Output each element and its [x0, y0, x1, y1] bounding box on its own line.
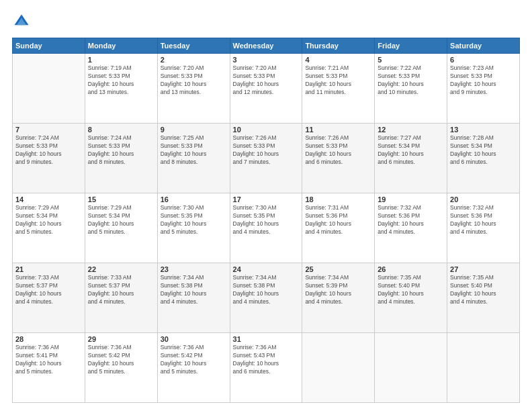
day-number: 13 — [450, 126, 517, 134]
calendar-cell: 13Sunrise: 7:28 AM Sunset: 5:34 PM Dayli… — [447, 124, 520, 193]
day-number: 3 — [233, 56, 300, 64]
calendar-header: SundayMondayTuesdayWednesdayThursdayFrid… — [13, 38, 520, 54]
day-info: Sunrise: 7:31 AM Sunset: 5:36 PM Dayligh… — [305, 204, 371, 236]
calendar-cell: 22Sunrise: 7:33 AM Sunset: 5:37 PM Dayli… — [85, 263, 157, 333]
day-info: Sunrise: 7:34 AM Sunset: 5:39 PM Dayligh… — [305, 274, 371, 306]
day-number: 10 — [233, 126, 300, 134]
day-number: 2 — [161, 56, 227, 64]
calendar-cell: 31Sunrise: 7:36 AM Sunset: 5:43 PM Dayli… — [230, 333, 302, 403]
day-number: 23 — [161, 265, 227, 273]
day-info: Sunrise: 7:36 AM Sunset: 5:41 PM Dayligh… — [15, 344, 82, 376]
day-info: Sunrise: 7:34 AM Sunset: 5:38 PM Dayligh… — [233, 274, 300, 306]
day-info: Sunrise: 7:26 AM Sunset: 5:33 PM Dayligh… — [233, 134, 300, 167]
day-number: 18 — [305, 195, 371, 203]
day-number: 12 — [378, 126, 444, 134]
calendar-cell: 12Sunrise: 7:27 AM Sunset: 5:34 PM Dayli… — [375, 124, 447, 193]
day-number: 14 — [15, 195, 82, 203]
calendar-cell: 7Sunrise: 7:24 AM Sunset: 5:33 PM Daylig… — [13, 124, 85, 193]
day-info: Sunrise: 7:35 AM Sunset: 5:40 PM Dayligh… — [378, 274, 444, 306]
day-info: Sunrise: 7:26 AM Sunset: 5:33 PM Dayligh… — [305, 134, 371, 167]
calendar-cell: 25Sunrise: 7:34 AM Sunset: 5:39 PM Dayli… — [302, 263, 375, 333]
calendar-week-2: 7Sunrise: 7:24 AM Sunset: 5:33 PM Daylig… — [13, 124, 520, 193]
day-number: 17 — [233, 195, 300, 203]
calendar-cell: 20Sunrise: 7:32 AM Sunset: 5:36 PM Dayli… — [447, 193, 520, 263]
day-number: 1 — [88, 56, 154, 64]
day-number: 25 — [305, 265, 371, 273]
weekday-header-friday: Friday — [375, 38, 447, 54]
calendar-cell: 3Sunrise: 7:20 AM Sunset: 5:33 PM Daylig… — [230, 54, 302, 124]
header — [12, 12, 520, 31]
day-info: Sunrise: 7:35 AM Sunset: 5:40 PM Dayligh… — [450, 274, 517, 306]
calendar-cell: 26Sunrise: 7:35 AM Sunset: 5:40 PM Dayli… — [375, 263, 447, 333]
day-info: Sunrise: 7:36 AM Sunset: 5:42 PM Dayligh… — [161, 344, 227, 376]
day-info: Sunrise: 7:22 AM Sunset: 5:33 PM Dayligh… — [378, 64, 444, 97]
day-info: Sunrise: 7:27 AM Sunset: 5:34 PM Dayligh… — [378, 134, 444, 167]
day-info: Sunrise: 7:23 AM Sunset: 5:33 PM Dayligh… — [450, 64, 517, 97]
day-number: 29 — [88, 335, 154, 343]
calendar-cell — [375, 333, 447, 403]
calendar-cell: 15Sunrise: 7:29 AM Sunset: 5:34 PM Dayli… — [85, 193, 157, 263]
calendar-cell: 16Sunrise: 7:30 AM Sunset: 5:35 PM Dayli… — [157, 193, 230, 263]
calendar-week-1: 1Sunrise: 7:19 AM Sunset: 5:33 PM Daylig… — [13, 54, 520, 124]
weekday-header-tuesday: Tuesday — [157, 38, 230, 54]
day-info: Sunrise: 7:30 AM Sunset: 5:35 PM Dayligh… — [233, 204, 300, 236]
calendar-cell: 8Sunrise: 7:24 AM Sunset: 5:33 PM Daylig… — [85, 124, 157, 193]
weekday-header-sunday: Sunday — [13, 38, 85, 54]
weekday-header-wednesday: Wednesday — [230, 38, 302, 54]
calendar-cell: 9Sunrise: 7:25 AM Sunset: 5:33 PM Daylig… — [157, 124, 230, 193]
weekday-header-row: SundayMondayTuesdayWednesdayThursdayFrid… — [13, 38, 520, 54]
calendar-cell: 21Sunrise: 7:33 AM Sunset: 5:37 PM Dayli… — [13, 263, 85, 333]
day-info: Sunrise: 7:29 AM Sunset: 5:34 PM Dayligh… — [88, 204, 154, 236]
day-number: 9 — [161, 126, 227, 134]
calendar-cell: 10Sunrise: 7:26 AM Sunset: 5:33 PM Dayli… — [230, 124, 302, 193]
calendar-cell: 6Sunrise: 7:23 AM Sunset: 5:33 PM Daylig… — [447, 54, 520, 124]
calendar-cell: 30Sunrise: 7:36 AM Sunset: 5:42 PM Dayli… — [157, 333, 230, 403]
day-number: 27 — [450, 265, 517, 273]
calendar-cell: 5Sunrise: 7:22 AM Sunset: 5:33 PM Daylig… — [375, 54, 447, 124]
calendar-cell: 24Sunrise: 7:34 AM Sunset: 5:38 PM Dayli… — [230, 263, 302, 333]
day-number: 7 — [15, 126, 82, 134]
day-number: 31 — [233, 335, 300, 343]
weekday-header-monday: Monday — [85, 38, 157, 54]
day-info: Sunrise: 7:21 AM Sunset: 5:33 PM Dayligh… — [305, 64, 371, 97]
day-info: Sunrise: 7:25 AM Sunset: 5:33 PM Dayligh… — [161, 134, 227, 167]
day-number: 28 — [15, 335, 82, 343]
day-info: Sunrise: 7:29 AM Sunset: 5:34 PM Dayligh… — [15, 204, 82, 236]
day-info: Sunrise: 7:32 AM Sunset: 5:36 PM Dayligh… — [450, 204, 517, 236]
calendar-cell: 23Sunrise: 7:34 AM Sunset: 5:38 PM Dayli… — [157, 263, 230, 333]
day-number: 20 — [450, 195, 517, 203]
calendar-cell — [302, 333, 375, 403]
day-number: 21 — [15, 265, 82, 273]
page: SundayMondayTuesdayWednesdayThursdayFrid… — [0, 0, 532, 411]
calendar-cell: 4Sunrise: 7:21 AM Sunset: 5:33 PM Daylig… — [302, 54, 375, 124]
weekday-header-saturday: Saturday — [447, 38, 520, 54]
calendar-cell: 28Sunrise: 7:36 AM Sunset: 5:41 PM Dayli… — [13, 333, 85, 403]
weekday-header-thursday: Thursday — [302, 38, 375, 54]
calendar-cell: 18Sunrise: 7:31 AM Sunset: 5:36 PM Dayli… — [302, 193, 375, 263]
day-number: 16 — [161, 195, 227, 203]
day-info: Sunrise: 7:36 AM Sunset: 5:42 PM Dayligh… — [88, 344, 154, 376]
day-number: 8 — [88, 126, 154, 134]
day-number: 30 — [161, 335, 227, 343]
day-info: Sunrise: 7:30 AM Sunset: 5:35 PM Dayligh… — [161, 204, 227, 236]
calendar-cell: 17Sunrise: 7:30 AM Sunset: 5:35 PM Dayli… — [230, 193, 302, 263]
day-info: Sunrise: 7:34 AM Sunset: 5:38 PM Dayligh… — [161, 274, 227, 306]
day-number: 15 — [88, 195, 154, 203]
day-number: 6 — [450, 56, 517, 64]
day-number: 24 — [233, 265, 300, 273]
calendar-cell: 1Sunrise: 7:19 AM Sunset: 5:33 PM Daylig… — [85, 54, 157, 124]
calendar-cell: 2Sunrise: 7:20 AM Sunset: 5:33 PM Daylig… — [157, 54, 230, 124]
day-number: 11 — [305, 126, 371, 134]
calendar-table: SundayMondayTuesdayWednesdayThursdayFrid… — [12, 38, 520, 403]
calendar-body: 1Sunrise: 7:19 AM Sunset: 5:33 PM Daylig… — [13, 54, 520, 403]
calendar-cell: 29Sunrise: 7:36 AM Sunset: 5:42 PM Dayli… — [85, 333, 157, 403]
calendar-cell — [13, 54, 85, 124]
day-info: Sunrise: 7:24 AM Sunset: 5:33 PM Dayligh… — [88, 134, 154, 167]
day-number: 4 — [305, 56, 371, 64]
calendar-week-3: 14Sunrise: 7:29 AM Sunset: 5:34 PM Dayli… — [13, 193, 520, 263]
day-info: Sunrise: 7:20 AM Sunset: 5:33 PM Dayligh… — [161, 64, 227, 97]
calendar-cell: 11Sunrise: 7:26 AM Sunset: 5:33 PM Dayli… — [302, 124, 375, 193]
calendar-cell — [447, 333, 520, 403]
calendar-cell: 14Sunrise: 7:29 AM Sunset: 5:34 PM Dayli… — [13, 193, 85, 263]
day-number: 19 — [378, 195, 444, 203]
